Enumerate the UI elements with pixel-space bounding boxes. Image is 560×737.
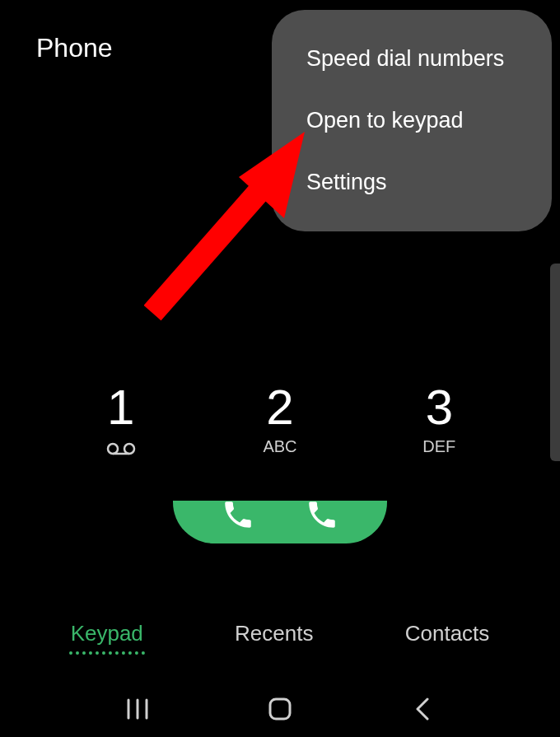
key-1[interactable]: 1 (72, 383, 170, 459)
home-icon (267, 696, 293, 722)
svg-point-4 (124, 444, 134, 454)
recents-icon (126, 698, 149, 720)
key-number: 1 (107, 383, 134, 432)
menu-item-speed-dial[interactable]: Speed dial numbers (272, 28, 552, 90)
svg-point-3 (108, 444, 118, 454)
key-letters: ABC (263, 437, 296, 456)
phone-icon (221, 497, 255, 532)
menu-item-open-keypad[interactable]: Open to keypad (272, 90, 552, 152)
keypad-row: 1 2 ABC 3 DEF (0, 383, 560, 459)
phone-icon (305, 497, 339, 532)
key-number: 3 (426, 383, 453, 432)
key-letters: DEF (422, 437, 455, 456)
key-2[interactable]: 2 ABC (231, 383, 329, 459)
key-3[interactable]: 3 DEF (390, 383, 488, 459)
overflow-menu: Speed dial numbers Open to keypad Settin… (272, 10, 552, 231)
nav-home-button[interactable] (264, 693, 296, 725)
nav-recents-button[interactable] (121, 693, 154, 725)
key-number: 2 (266, 383, 293, 432)
tab-recents[interactable]: Recents (233, 616, 315, 655)
tab-contacts[interactable]: Contacts (404, 616, 492, 655)
svg-line-1 (152, 177, 272, 313)
torn-edge-decoration (0, 471, 560, 501)
bottom-tabs: Keypad Recents Contacts (0, 616, 560, 655)
back-icon (414, 697, 431, 721)
menu-item-settings[interactable]: Settings (272, 152, 552, 213)
tab-keypad[interactable]: Keypad (69, 616, 145, 655)
nav-back-button[interactable] (406, 693, 439, 725)
system-nav-bar (0, 693, 560, 725)
voicemail-icon (106, 442, 136, 459)
svg-rect-9 (270, 699, 290, 719)
